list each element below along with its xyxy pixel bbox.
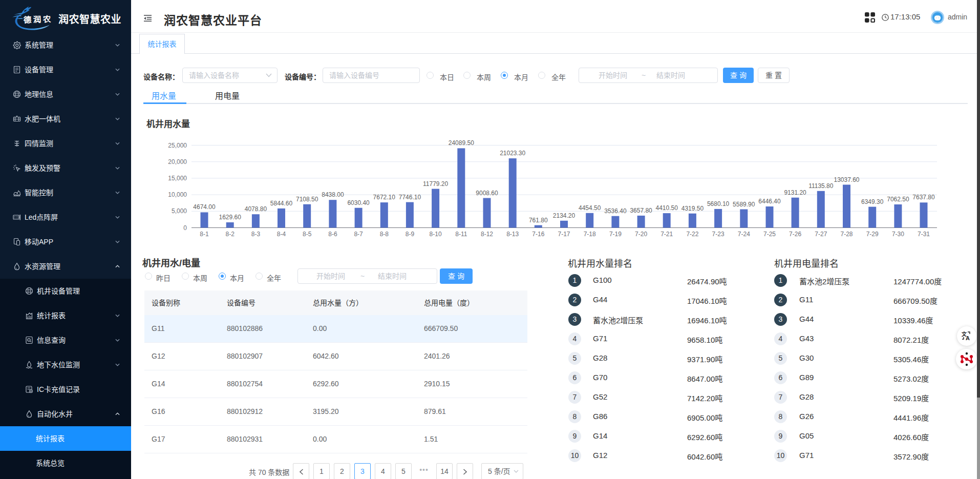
svg-text:7-20: 7-20 — [635, 231, 647, 238]
svg-text:4078.80: 4078.80 — [245, 205, 267, 213]
svg-text:7108.50: 7108.50 — [296, 196, 318, 203]
svg-text:7-30: 7-30 — [892, 231, 904, 238]
svg-text:8-6: 8-6 — [328, 231, 337, 238]
svg-text:8-2: 8-2 — [226, 231, 235, 238]
svg-text:德润农: 德润农 — [23, 14, 53, 25]
svg-text:6349.30: 6349.30 — [861, 198, 884, 205]
svg-text:2134.20: 2134.20 — [553, 212, 576, 219]
svg-text:7-16: 7-16 — [532, 231, 544, 238]
svg-text:7062.50: 7062.50 — [887, 196, 909, 203]
svg-text:1629.60: 1629.60 — [219, 214, 242, 221]
svg-text:7-26: 7-26 — [789, 231, 801, 238]
svg-text:8-10: 8-10 — [430, 231, 442, 238]
svg-text:8-3: 8-3 — [251, 231, 261, 238]
svg-text:8-13: 8-13 — [506, 231, 519, 238]
svg-text:8-4: 8-4 — [277, 231, 286, 238]
svg-text:7672.10: 7672.10 — [373, 194, 396, 201]
svg-text:5844.60: 5844.60 — [270, 200, 293, 207]
svg-text:6030.40: 6030.40 — [347, 199, 370, 206]
svg-text:7-27: 7-27 — [815, 231, 827, 238]
svg-text:7-25: 7-25 — [763, 231, 776, 238]
svg-text:3657.80: 3657.80 — [630, 207, 652, 214]
svg-text:7-28: 7-28 — [840, 231, 853, 238]
svg-text:A: A — [966, 335, 970, 341]
svg-text:7-22: 7-22 — [686, 231, 698, 238]
svg-text:761.80: 761.80 — [529, 217, 548, 224]
svg-text:9131.20: 9131.20 — [784, 189, 806, 196]
svg-text:8-1: 8-1 — [200, 231, 209, 238]
svg-text:8-8: 8-8 — [380, 231, 389, 238]
svg-text:3536.40: 3536.40 — [604, 207, 627, 215]
svg-text:5680.10: 5680.10 — [707, 200, 730, 207]
svg-text:7-17: 7-17 — [558, 231, 570, 238]
svg-text:8-12: 8-12 — [481, 231, 493, 238]
svg-text:25,000: 25,000 — [168, 142, 187, 149]
svg-text:7-24: 7-24 — [738, 231, 750, 238]
svg-text:13037.60: 13037.60 — [834, 176, 859, 183]
svg-text:7-23: 7-23 — [712, 231, 725, 238]
svg-text:4410.50: 4410.50 — [656, 204, 678, 212]
svg-text:7-19: 7-19 — [609, 231, 622, 238]
svg-text:11779.20: 11779.20 — [423, 180, 448, 188]
svg-text:8-11: 8-11 — [455, 231, 467, 238]
svg-text:5589.90: 5589.90 — [733, 201, 755, 208]
svg-text:7-29: 7-29 — [866, 231, 879, 238]
svg-text:7-18: 7-18 — [584, 231, 596, 238]
svg-text:8438.00: 8438.00 — [322, 191, 344, 198]
svg-text:4454.50: 4454.50 — [579, 204, 601, 212]
svg-text:4674.00: 4674.00 — [193, 203, 216, 211]
svg-text:7746.10: 7746.10 — [399, 194, 421, 201]
svg-text:10,000: 10,000 — [168, 191, 187, 198]
svg-text:8-9: 8-9 — [406, 231, 415, 238]
svg-text:0: 0 — [183, 224, 187, 232]
svg-text:8-7: 8-7 — [354, 231, 363, 238]
svg-text:24089.50: 24089.50 — [449, 139, 474, 147]
svg-text:7-31: 7-31 — [918, 231, 930, 238]
svg-text:11135.80: 11135.80 — [808, 182, 834, 190]
svg-text:9008.60: 9008.60 — [476, 190, 498, 197]
svg-text:7-21: 7-21 — [661, 231, 673, 238]
svg-text:6446.40: 6446.40 — [758, 198, 781, 205]
svg-text:21023.30: 21023.30 — [500, 150, 525, 157]
svg-text:7637.80: 7637.80 — [912, 194, 935, 201]
svg-text:5,000: 5,000 — [172, 207, 187, 215]
svg-text:8-5: 8-5 — [303, 231, 312, 238]
svg-text:20,000: 20,000 — [168, 158, 187, 165]
svg-text:15,000: 15,000 — [168, 175, 187, 182]
svg-text:4319.50: 4319.50 — [681, 205, 704, 212]
